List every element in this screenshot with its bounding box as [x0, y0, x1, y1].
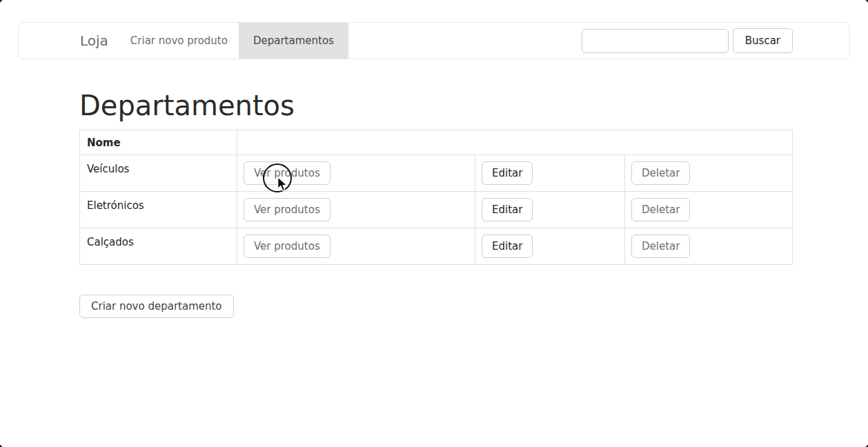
department-name: Veículos [80, 155, 237, 192]
deletar-button[interactable]: Deletar [631, 235, 690, 258]
ver-produtos-button[interactable]: Ver produtos [244, 198, 331, 221]
table-row: Eletrónicos Ver produtos Editar Deletar [80, 192, 793, 228]
screen-corner-top-left [0, 0, 6, 6]
table-row: Veículos Ver produtos Editar Deletar [80, 155, 793, 192]
brand-link[interactable]: Loja [80, 32, 108, 49]
screen-corner-bottom-right [862, 441, 868, 447]
ver-produtos-button[interactable]: Ver produtos [244, 161, 331, 185]
table-header-row: Nome [80, 130, 793, 155]
navbar: Loja Criar novo produto Departamentos Bu… [18, 22, 850, 59]
main-content: Departamentos Nome Veículos Ver produtos… [79, 59, 792, 318]
departments-table: Nome Veículos Ver produtos Editar Deleta… [79, 130, 793, 265]
deletar-button[interactable]: Deletar [631, 161, 690, 185]
page-title: Departamentos [79, 90, 792, 121]
editar-button[interactable]: Editar [482, 161, 533, 185]
nav-item-departamentos[interactable]: Departamentos [239, 23, 348, 59]
department-name: Eletrónicos [80, 192, 237, 228]
nav-item-criar-novo-produto[interactable]: Criar novo produto [130, 34, 228, 47]
column-header-nome: Nome [80, 130, 237, 155]
deletar-button[interactable]: Deletar [631, 198, 690, 221]
editar-button[interactable]: Editar [482, 235, 533, 258]
column-header-actions [237, 130, 793, 155]
ver-produtos-button[interactable]: Ver produtos [244, 235, 331, 258]
table-row: Calçados Ver produtos Editar Deletar [80, 228, 793, 265]
search-input[interactable] [582, 29, 729, 53]
department-name: Calçados [80, 228, 237, 265]
editar-button[interactable]: Editar [482, 198, 533, 221]
screen-corner-top-right [862, 0, 868, 6]
screen-corner-bottom-left [0, 441, 6, 447]
create-department-button[interactable]: Criar novo departamento [79, 295, 234, 318]
search-button[interactable]: Buscar [733, 28, 793, 53]
